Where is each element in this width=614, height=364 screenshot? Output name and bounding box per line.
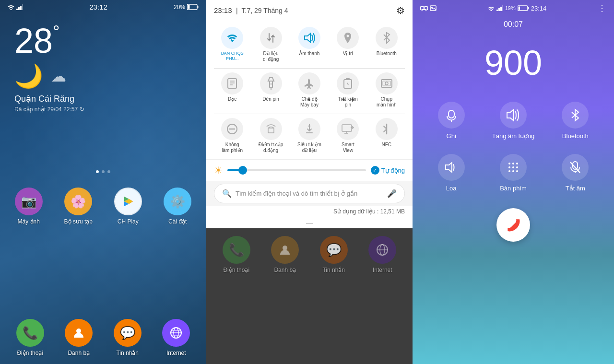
call-time: 23:14 [531, 5, 547, 12]
app-settings[interactable]: ⚙️ Cài đặt [157, 188, 199, 225]
mute-icon [562, 154, 589, 181]
svg-marker-11 [124, 199, 133, 204]
tiles-row-3: Không làm phiền Điểm tr.cập d.động [214, 116, 405, 159]
dock-messages[interactable]: 💬 Tin nhắn [105, 319, 150, 356]
bluetooth-svg [382, 32, 391, 44]
reading-svg [226, 78, 238, 89]
dock-phone[interactable]: 📞 Điện thoại [8, 319, 53, 356]
notif-messages-icon: 💬 [320, 236, 348, 264]
call-image-icon [430, 5, 437, 11]
notif-top-bar: 23:13 | T.7, 29 Tháng 4 ⚙ [214, 5, 405, 16]
tile-data[interactable]: Dữ liệu di động [252, 25, 289, 64]
bluetooth-call-icon [562, 102, 589, 129]
phone-icon: 📞 [16, 319, 44, 347]
weather-icon-area: 🌙 ☁ [14, 63, 197, 90]
tile-battery-save[interactable]: Tiết kiệm pin [330, 70, 366, 110]
notif-bottom-dark: 📞 Điện thoại Danh bạ 💬 Tin nhắn [206, 228, 413, 364]
home-screen: 23:12 20% 28° 🌙 ☁ Quận Cái Răng Đã cập n… [0, 0, 206, 364]
record-svg [445, 108, 458, 122]
tile-bluetooth[interactable]: Bluetooth [368, 25, 405, 64]
app-camera[interactable]: 📷 Máy ảnh [8, 188, 50, 225]
play-triangle [121, 195, 135, 208]
dot-2 [102, 170, 105, 173]
call-actions-top: Ghi Tăng âm lượng Bluetooth [413, 92, 614, 149]
notif-phone-icon: 📞 [223, 236, 250, 264]
tile-hotspot[interactable]: Điểm tr.cập d.động [252, 116, 289, 155]
svg-rect-54 [518, 7, 520, 10]
tile-smartview[interactable]: Smart View [330, 116, 366, 155]
svg-point-66 [512, 170, 514, 172]
bluetooth-tile-icon [376, 27, 398, 49]
location-tile-icon [337, 27, 359, 49]
svg-rect-5 [197, 6, 198, 8]
tile-location[interactable]: Vị trí [330, 25, 366, 64]
dock-internet[interactable]: Internet [154, 319, 199, 356]
person-icon [72, 326, 85, 340]
tile-nfc[interactable]: NFC [368, 116, 405, 155]
call-battery-text: 19% [505, 5, 516, 11]
record-button[interactable]: Ghi [424, 102, 478, 140]
mute-button[interactable]: Tắt âm [548, 154, 602, 192]
bluetooth-call-button[interactable]: Bluetooth [548, 102, 602, 140]
dock-contacts[interactable]: Danh bạ [57, 319, 102, 356]
quick-tiles: BAN CHQS PHU... Dữ liệu di động [206, 21, 413, 159]
call-menu-dots[interactable]: ⋮ [598, 3, 606, 13]
refresh-icon: ↻ [80, 106, 84, 113]
tile-reading[interactable]: Đọc [214, 70, 250, 110]
tiles-row-2: Đọc Đèn pin [214, 70, 405, 114]
tile-dnd[interactable]: Không làm phiền [214, 116, 250, 155]
chplay-icon [114, 188, 142, 215]
svg-rect-53 [528, 7, 529, 10]
mute-svg [569, 161, 581, 174]
datasaver-tile-icon [298, 118, 320, 140]
notif-internet-icon [368, 236, 396, 264]
dot-1 [96, 170, 99, 173]
app-chplay[interactable]: CH Play [107, 188, 149, 225]
location-name: Quận Cái Răng [14, 94, 197, 104]
dot-3 [107, 170, 110, 173]
notif-dock-phone[interactable]: 📞 Điện thoại [214, 236, 259, 273]
brightness-slider[interactable] [227, 169, 366, 171]
tile-airplane[interactable]: Chế độ Máy bay [291, 70, 328, 110]
signal-icon [16, 4, 23, 10]
data-arrows-svg [266, 33, 276, 43]
settings-gear-icon[interactable]: ⚙ [396, 5, 405, 16]
scroll-indicator: — [206, 217, 413, 228]
dnd-tile-icon [221, 118, 243, 140]
speaker-button[interactable]: Loa [424, 154, 478, 192]
notification-panel: 23:13 | T.7, 29 Tháng 4 ⚙ BAN CHQS PHU..… [206, 0, 413, 364]
svg-rect-0 [16, 9, 18, 10]
app-gallery[interactable]: 🌸 Bộ sưu tập [58, 188, 100, 225]
svg-point-39 [283, 246, 287, 250]
tile-flashlight[interactable]: Đèn pin [252, 70, 289, 110]
keypad-svg [508, 162, 519, 173]
tile-sound[interactable]: Âm thanh [291, 25, 328, 64]
nfc-svg [381, 123, 392, 135]
notif-dock-contacts[interactable]: Danh bạ [263, 236, 308, 273]
svg-rect-2 [20, 6, 22, 10]
tile-wifi[interactable]: BAN CHQS PHU... [214, 25, 250, 64]
tile-screenshot[interactable]: Chụp màn hình [368, 70, 405, 110]
brightness-thumb[interactable] [238, 166, 247, 175]
nfc-tile-icon [376, 118, 398, 140]
page-indicator [0, 170, 206, 173]
end-call-row [413, 197, 614, 253]
notif-dock-messages[interactable]: 💬 Tin nhắn [311, 236, 356, 273]
volume-up-button[interactable]: Tăng âm lượng [486, 102, 540, 140]
tile-datasaver[interactable]: Siêu t.kiệm dữ liệu [291, 116, 328, 155]
sound-tile-icon [298, 27, 320, 49]
wifi-icon [8, 4, 14, 10]
svg-rect-35 [342, 125, 352, 131]
home-dock: 📞 Điện thoại Danh bạ 💬 Tin nhắn [0, 311, 206, 364]
hotspot-tile-icon [260, 118, 282, 140]
notif-dock-internet[interactable]: Internet [360, 236, 405, 273]
end-call-button[interactable] [496, 208, 530, 242]
call-status-icons-right: 19% 23:14 [488, 5, 547, 12]
auto-brightness-toggle[interactable]: ✓ Tự động [371, 166, 405, 175]
wifi-tile-icon [221, 27, 243, 49]
call-voicemail-icon [420, 5, 428, 11]
keypad-button[interactable]: Bàn phím [486, 154, 540, 192]
svg-marker-57 [507, 109, 514, 121]
device-search-bar[interactable]: 🔍 Tìm kiếm điện thoại và dò tìm thiết bị… [214, 184, 405, 203]
flashlight-tile-icon [260, 72, 282, 94]
